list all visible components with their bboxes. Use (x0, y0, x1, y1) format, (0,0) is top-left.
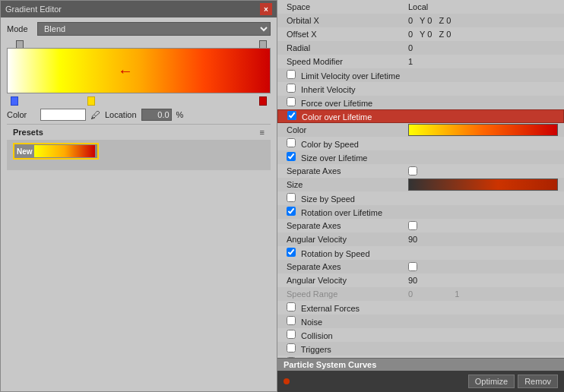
checkbox-size-speed[interactable] (287, 193, 296, 202)
prop-row-rotation-lifetime: Rotation over Lifetime (277, 205, 564, 219)
prop-name-speed-range: Speed Range (287, 289, 408, 299)
prop-row-noise: Noise (277, 315, 564, 328)
close-button[interactable]: × (260, 3, 272, 15)
alpha-handles-top (7, 40, 271, 48)
color-handle-right[interactable] (259, 96, 267, 106)
prop-name-speed-modifier: Speed Modifier (287, 57, 408, 66)
color-lifetime-text: Color over Lifetime (302, 112, 372, 122)
checkbox-separate-1[interactable] (408, 166, 417, 175)
color-label: Color (7, 110, 36, 119)
eyedropper-icon[interactable]: 🖊 (90, 109, 100, 121)
checkbox-inherit-velocity[interactable] (287, 84, 296, 93)
checkbox-color-speed[interactable] (287, 138, 296, 147)
prop-row-size: Size (277, 178, 564, 191)
prop-name-angular-1: Angular Velocity (287, 235, 408, 244)
preset-item[interactable]: New (13, 143, 99, 160)
checkbox-color-lifetime[interactable] (287, 111, 296, 120)
prop-value-angular-1: 90 (408, 235, 558, 244)
prop-row-inherit-velocity: Inherit Velocity (277, 82, 564, 96)
presets-menu-icon[interactable]: ≡ (260, 128, 265, 137)
presets-area: New (7, 140, 271, 170)
bottom-bar: Optimize Remov (277, 371, 564, 392)
checkbox-limit-velocity[interactable] (287, 70, 296, 79)
prop-name-size: Size (287, 180, 408, 189)
checkbox-noise[interactable] (287, 316, 296, 325)
color-handles-bottom (7, 95, 271, 106)
particle-curves-label: Particle System Curves (284, 360, 376, 369)
prop-name-angular-2: Angular Velocity (287, 276, 408, 285)
prop-row-angular-1: Angular Velocity 90 (277, 232, 564, 246)
right-panel: Space Local Orbital X 0 Y 0 Z 0 Offset X… (277, 0, 564, 392)
presets-label: Presets (13, 128, 43, 137)
prop-name-space: Space (287, 2, 408, 11)
particle-curves-header: Particle System Curves (277, 358, 564, 371)
gradient-editor-title: Gradient Editor (5, 5, 62, 14)
checkbox-separate-2[interactable] (408, 221, 417, 230)
prop-row-size-speed: Size by Speed (277, 191, 564, 205)
prop-name-rotation-lifetime: Rotation over Lifetime (287, 207, 408, 217)
checkbox-external[interactable] (287, 302, 296, 311)
prop-name-inherit-velocity: Inherit Velocity (287, 84, 408, 94)
checkbox-triggers[interactable] (287, 343, 296, 352)
prop-name-color: Color (287, 125, 408, 134)
prop-row-limit-velocity: Limit Velocity over Lifetime (277, 68, 564, 82)
prop-value-offset: 0 Y 0 Z 0 (408, 30, 558, 39)
gradient-bar[interactable]: ← (7, 48, 271, 93)
checkbox-separate-3[interactable] (408, 262, 417, 271)
preset-gradient-preview (34, 145, 95, 157)
prop-name-separate-2: Separate Axes (287, 221, 408, 230)
presets-header: Presets ≡ (7, 124, 271, 140)
prop-value-speed-range: 0 1 (408, 289, 558, 299)
prop-row-angular-2: Angular Velocity 90 (277, 273, 564, 287)
property-list: Space Local Orbital X 0 Y 0 Z 0 Offset X… (277, 0, 564, 358)
bottom-dot (284, 378, 290, 384)
checkbox-force-lifetime[interactable] (287, 97, 296, 106)
gradient-editor-panel: Gradient Editor × Mode Blend ← Color (0, 0, 277, 392)
remove-button[interactable]: Remov (518, 375, 558, 388)
prop-row-color-speed: Color by Speed (277, 137, 564, 150)
prop-row-separate-3: Separate Axes (277, 260, 564, 273)
prop-row-separate-1: Separate Axes (277, 164, 564, 178)
prop-name-force-lifetime: Force over Lifetime (287, 97, 408, 108)
prop-row-collision: Collision (277, 328, 564, 342)
prop-name-noise: Noise (287, 316, 408, 327)
checkbox-collision[interactable] (287, 330, 296, 339)
prop-row-force-lifetime: Force over Lifetime (277, 96, 564, 109)
gradient-editor-titlebar: Gradient Editor × (1, 1, 277, 17)
mode-label: Mode (7, 24, 37, 33)
optimize-button[interactable]: Optimize (468, 375, 515, 388)
prop-row-size-lifetime: Size over Lifetime (277, 150, 564, 164)
prop-row-rotation-speed: Rotation by Speed (277, 246, 564, 260)
prop-value-orbital: 0 Y 0 Z 0 (408, 16, 558, 25)
prop-name-size-speed: Size by Speed (287, 193, 408, 204)
location-input[interactable]: 0.0 (141, 109, 172, 121)
color-handle-left[interactable] (11, 96, 18, 106)
color-location-row: Color 🖊 Location 0.0 % (7, 109, 271, 121)
prop-row-speed-modifier: Speed Modifier 1 (277, 55, 564, 68)
mode-select[interactable]: Blend (37, 22, 271, 36)
checkbox-size-lifetime[interactable] (287, 152, 296, 161)
prop-name-size-lifetime: Size over Lifetime (287, 152, 408, 163)
prop-name-offset: Offset X (287, 30, 408, 39)
prop-value-angular-2: 90 (408, 276, 558, 285)
checkbox-rotation-speed[interactable] (287, 248, 296, 257)
prop-row-radial: Radial 0 (277, 41, 564, 55)
gradient-arrow: ← (118, 62, 133, 80)
prop-name-limit-velocity: Limit Velocity over Lifetime (287, 70, 408, 81)
preset-label: New (17, 147, 33, 156)
prop-row-color-lifetime: Color over Lifetime (277, 109, 564, 123)
gradient-body: Mode Blend ← Color 🖊 Location 0.0 % (1, 17, 277, 175)
prop-name-color-lifetime: Color over Lifetime (287, 111, 409, 122)
prop-value-speed-modifier: 1 (408, 57, 558, 66)
color-gradient-bar[interactable] (408, 124, 558, 136)
size-bar[interactable] (408, 179, 558, 191)
checkbox-rotation-lifetime[interactable] (287, 207, 296, 216)
prop-name-orbital: Orbital X (287, 16, 408, 25)
prop-name-separate-3: Separate Axes (287, 262, 408, 271)
prop-row-space: Space Local (277, 0, 564, 14)
color-swatch[interactable] (40, 109, 86, 121)
percent-label: % (176, 110, 184, 119)
color-handle-mid[interactable] (87, 96, 95, 106)
prop-value-radial: 0 (408, 43, 558, 52)
prop-name-triggers: Triggers (287, 343, 408, 354)
